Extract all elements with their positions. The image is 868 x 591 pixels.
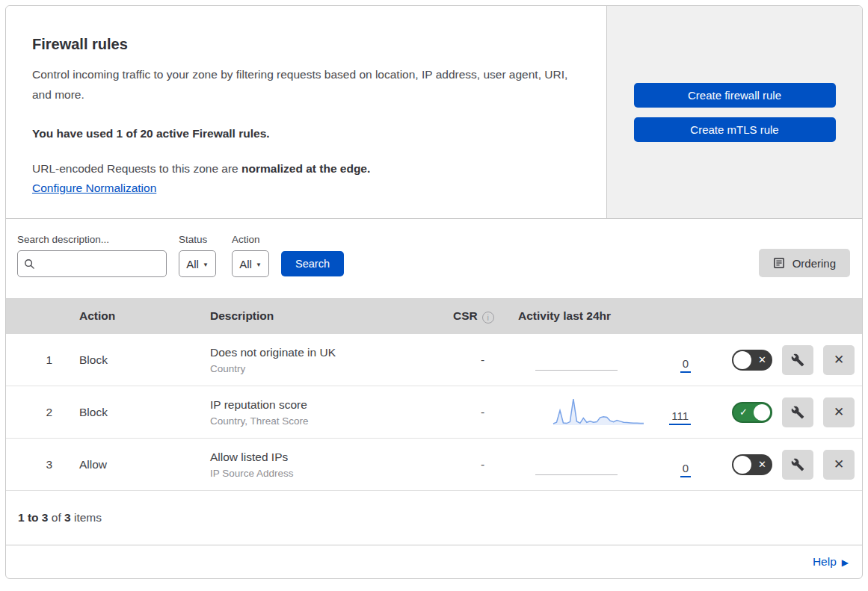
ordering-button[interactable]: Ordering bbox=[759, 249, 850, 277]
rule-csr-value: - bbox=[447, 406, 518, 419]
rule-action: Block bbox=[73, 406, 204, 419]
activity-flatline bbox=[535, 474, 618, 475]
ordering-button-label: Ordering bbox=[792, 257, 836, 270]
table-row: 3 Allow Allow listed IPs IP Source Addre… bbox=[6, 439, 862, 491]
edit-rule-button[interactable] bbox=[782, 345, 813, 375]
help-arrow-icon: ▶ bbox=[842, 557, 849, 568]
rule-enable-toggle[interactable]: ✕ bbox=[732, 350, 772, 371]
rule-csr-value: - bbox=[447, 353, 518, 367]
activity-sparkline bbox=[552, 397, 645, 428]
wrench-icon bbox=[791, 406, 804, 419]
rule-description: Allow listed IPs bbox=[210, 451, 447, 464]
rule-activity-cell: 0 bbox=[518, 449, 701, 480]
pagination-summary: 1 to 3 of 3 items bbox=[6, 491, 862, 545]
rule-activity-cell: 111 bbox=[518, 397, 701, 428]
activity-count-link[interactable]: 0 bbox=[680, 462, 691, 477]
rule-controls: ✓ ✕ bbox=[701, 397, 862, 427]
status-filter-label: Status bbox=[179, 234, 232, 245]
rule-match-fields: Country bbox=[210, 363, 447, 374]
close-icon: ✕ bbox=[834, 352, 844, 368]
status-filter-value: All bbox=[186, 258, 199, 270]
page-title: Firewall rules bbox=[32, 36, 579, 53]
normalization-bold-text: normalized at the edge. bbox=[241, 162, 370, 175]
rule-priority: 3 bbox=[6, 458, 73, 471]
total-text: 3 bbox=[64, 511, 71, 524]
search-input[interactable] bbox=[40, 257, 160, 270]
rule-csr-value: - bbox=[447, 458, 518, 471]
rule-match-fields: Country, Threat Score bbox=[210, 415, 447, 427]
action-column-header: Action bbox=[73, 309, 204, 323]
action-panel: Create firewall rule Create mTLS rule bbox=[607, 6, 862, 218]
create-mtls-rule-button[interactable]: Create mTLS rule bbox=[634, 117, 836, 142]
activity-count-link[interactable]: 0 bbox=[680, 357, 691, 373]
normalization-text: URL-encoded Requests to this zone are bbox=[32, 162, 241, 175]
rule-description: IP reputation score bbox=[210, 398, 447, 412]
items-text: items bbox=[71, 511, 102, 524]
of-text: of bbox=[48, 511, 64, 524]
firewall-rules-panel: Firewall rules Control incoming traffic … bbox=[5, 5, 863, 579]
toggle-knob bbox=[754, 404, 770, 421]
help-link[interactable]: Help ▶ bbox=[813, 555, 849, 569]
delete-rule-button[interactable]: ✕ bbox=[823, 450, 855, 480]
action-filter-label: Action bbox=[232, 234, 285, 245]
rule-priority: 1 bbox=[6, 353, 73, 367]
rule-controls: ✕ ✕ bbox=[701, 345, 862, 375]
table-row: 1 Block Does not originate in UK Country… bbox=[6, 334, 862, 386]
table-header-row: Action Description CSR i Activity last 2… bbox=[6, 298, 862, 334]
search-label: Search description... bbox=[17, 234, 179, 245]
table-row: 2 Block IP reputation score Country, Thr… bbox=[6, 386, 862, 439]
activity-sparkline bbox=[552, 449, 645, 480]
toggle-knob bbox=[733, 351, 751, 369]
toggle-state-icon: ✕ bbox=[758, 350, 766, 371]
description-column-header: Description bbox=[204, 309, 447, 323]
rule-controls: ✕ ✕ bbox=[701, 450, 862, 480]
toggle-knob bbox=[733, 456, 751, 474]
rule-description-cell: IP reputation score Country, Threat Scor… bbox=[204, 398, 447, 427]
rules-list-section: Search description... Status All ▼ Actio… bbox=[6, 219, 862, 545]
rule-enable-toggle[interactable]: ✕ bbox=[732, 454, 772, 475]
delete-rule-button[interactable]: ✕ bbox=[823, 397, 855, 427]
rule-enable-toggle[interactable]: ✓ bbox=[732, 402, 772, 423]
range-text: 1 to 3 bbox=[18, 511, 48, 524]
configure-normalization-link[interactable]: Configure Normalization bbox=[32, 182, 156, 194]
overview-text-block: Firewall rules Control incoming traffic … bbox=[6, 6, 607, 218]
close-icon: ✕ bbox=[834, 457, 844, 472]
edit-rule-button[interactable] bbox=[782, 450, 813, 480]
rules-table-body: 1 Block Does not originate in UK Country… bbox=[6, 334, 862, 491]
info-icon[interactable]: i bbox=[482, 312, 494, 324]
delete-rule-button[interactable]: ✕ bbox=[823, 345, 855, 375]
rule-priority: 2 bbox=[6, 406, 73, 419]
action-filter-value: All bbox=[239, 258, 252, 270]
close-icon: ✕ bbox=[834, 404, 844, 420]
rule-match-fields: IP Source Address bbox=[210, 468, 447, 479]
status-filter-select[interactable]: All ▼ bbox=[179, 250, 216, 277]
csr-header-label: CSR bbox=[453, 309, 478, 323]
list-document-icon bbox=[773, 257, 785, 269]
help-link-label: Help bbox=[813, 555, 837, 569]
overview-section: Firewall rules Control incoming traffic … bbox=[6, 6, 862, 219]
search-button[interactable]: Search bbox=[281, 251, 344, 276]
wrench-icon bbox=[791, 458, 804, 471]
toggle-state-icon: ✓ bbox=[739, 403, 748, 421]
page-description: Control incoming traffic to your zone by… bbox=[32, 65, 578, 105]
action-filter-select[interactable]: All ▼ bbox=[232, 250, 269, 277]
activity-count-link[interactable]: 111 bbox=[669, 409, 691, 425]
chevron-down-icon: ▼ bbox=[203, 262, 209, 268]
activity-column-header: Activity last 24hr bbox=[518, 309, 701, 323]
activity-flatline bbox=[535, 370, 618, 371]
create-firewall-rule-button[interactable]: Create firewall rule bbox=[634, 83, 836, 108]
search-icon bbox=[24, 259, 35, 270]
filter-bar: Search description... Status All ▼ Actio… bbox=[6, 219, 862, 298]
rule-description: Does not originate in UK bbox=[210, 346, 447, 359]
help-bar: Help ▶ bbox=[6, 545, 862, 578]
chevron-down-icon: ▼ bbox=[256, 262, 262, 268]
usage-notice: You have used 1 of 20 active Firewall ru… bbox=[32, 127, 579, 140]
toggle-state-icon: ✕ bbox=[758, 454, 766, 475]
csr-column-header: CSR i bbox=[447, 309, 518, 323]
wrench-icon bbox=[791, 353, 804, 367]
rule-activity-cell: 0 bbox=[518, 344, 701, 376]
edit-rule-button[interactable] bbox=[782, 397, 813, 427]
search-input-wrapper bbox=[17, 250, 167, 277]
rule-description-cell: Allow listed IPs IP Source Address bbox=[204, 451, 447, 479]
rule-action: Block bbox=[73, 353, 204, 367]
